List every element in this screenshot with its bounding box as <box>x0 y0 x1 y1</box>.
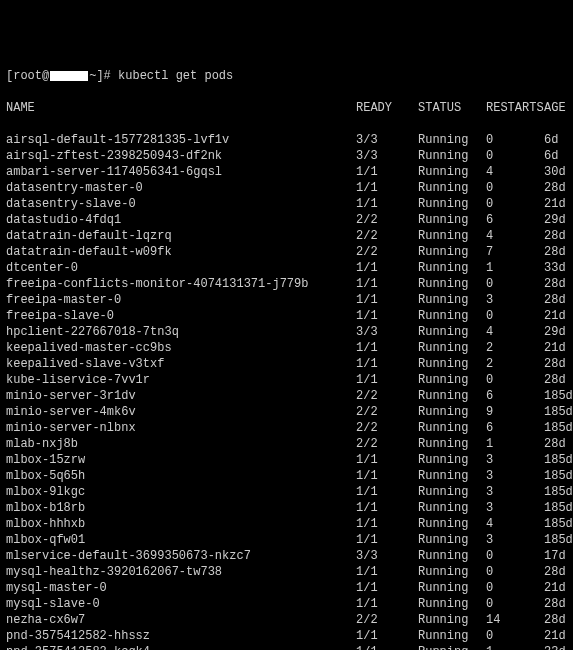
table-row: datatrain-default-lqzrq2/2Running428d <box>6 228 567 244</box>
table-row: dtcenter-01/1Running133d <box>6 260 567 276</box>
pod-status: Running <box>418 388 486 404</box>
table-row: mlbox-qfw011/1Running3185d <box>6 532 567 548</box>
table-row: freeipa-master-01/1Running328d <box>6 292 567 308</box>
pod-age: 6d <box>544 132 573 148</box>
pod-ready: 1/1 <box>356 516 418 532</box>
pod-age: 21d <box>544 628 573 644</box>
table-row: airsql-zftest-2398250943-df2nk3/3Running… <box>6 148 567 164</box>
pod-status: Running <box>418 148 486 164</box>
pod-status: Running <box>418 628 486 644</box>
pod-age: 185d <box>544 500 573 516</box>
pod-name: keepalived-slave-v3txf <box>6 356 356 372</box>
pod-ready: 2/2 <box>356 228 418 244</box>
pod-ready: 1/1 <box>356 644 418 650</box>
table-row: mlbox-hhhxb1/1Running4185d <box>6 516 567 532</box>
pod-age: 185d <box>544 388 573 404</box>
pod-name: datasentry-slave-0 <box>6 196 356 212</box>
pod-age: 28d <box>544 612 573 628</box>
pod-status: Running <box>418 292 486 308</box>
table-row: datasentry-slave-01/1Running021d <box>6 196 567 212</box>
pod-name: freeipa-conflicts-monitor-4074131371-j77… <box>6 276 356 292</box>
pod-name: datastudio-4fdq1 <box>6 212 356 228</box>
pod-restarts: 2 <box>486 356 544 372</box>
pod-ready: 1/1 <box>356 564 418 580</box>
pod-age: 185d <box>544 516 573 532</box>
pod-age: 185d <box>544 532 573 548</box>
header-restarts: RESTARTS <box>486 100 544 116</box>
pod-status: Running <box>418 564 486 580</box>
pod-name: mlbox-9lkgc <box>6 484 356 500</box>
pod-name: airsql-default-1577281335-lvf1v <box>6 132 356 148</box>
pod-ready: 1/1 <box>356 276 418 292</box>
pod-name: minio-server-4mk6v <box>6 404 356 420</box>
pod-name: hpclient-227667018-7tn3q <box>6 324 356 340</box>
prompt-suffix: ~]# <box>89 68 118 84</box>
pod-restarts: 0 <box>486 628 544 644</box>
pod-age: 17d <box>544 548 573 564</box>
pod-ready: 3/3 <box>356 548 418 564</box>
pod-ready: 1/1 <box>356 484 418 500</box>
table-row: airsql-default-1577281335-lvf1v3/3Runnin… <box>6 132 567 148</box>
pod-restarts: 1 <box>486 260 544 276</box>
pod-ready: 1/1 <box>356 628 418 644</box>
pod-status: Running <box>418 196 486 212</box>
pod-age: 185d <box>544 468 573 484</box>
pod-age: 185d <box>544 484 573 500</box>
pod-status: Running <box>418 132 486 148</box>
pod-ready: 1/1 <box>356 164 418 180</box>
pod-ready: 1/1 <box>356 452 418 468</box>
pod-status: Running <box>418 356 486 372</box>
table-row: freeipa-slave-01/1Running021d <box>6 308 567 324</box>
pod-restarts: 0 <box>486 308 544 324</box>
pod-status: Running <box>418 164 486 180</box>
pod-age: 28d <box>544 596 573 612</box>
pod-restarts: 0 <box>486 596 544 612</box>
pod-status: Running <box>418 484 486 500</box>
pod-status: Running <box>418 228 486 244</box>
pod-name: mysql-healthz-3920162067-tw738 <box>6 564 356 580</box>
pod-restarts: 6 <box>486 212 544 228</box>
pod-name: datatrain-default-w09fk <box>6 244 356 260</box>
pod-age: 185d <box>544 404 573 420</box>
pod-name: mlbox-15zrw <box>6 452 356 468</box>
pod-age: 185d <box>544 420 573 436</box>
pod-ready: 1/1 <box>356 196 418 212</box>
pod-restarts: 6 <box>486 420 544 436</box>
pod-ready: 1/1 <box>356 580 418 596</box>
table-row: keepalived-master-cc9bs1/1Running221d <box>6 340 567 356</box>
command-text[interactable]: kubectl get pods <box>118 68 233 84</box>
pod-ready: 2/2 <box>356 244 418 260</box>
pod-restarts: 0 <box>486 148 544 164</box>
table-row: pnd-3575412582-hhssz1/1Running021d <box>6 628 567 644</box>
pod-age: 28d <box>544 276 573 292</box>
pod-status: Running <box>418 372 486 388</box>
pod-name: pnd-3575412582-hhssz <box>6 628 356 644</box>
pod-status: Running <box>418 404 486 420</box>
pod-ready: 3/3 <box>356 148 418 164</box>
table-row: mlab-nxj8b2/2Running128d <box>6 436 567 452</box>
pod-status: Running <box>418 244 486 260</box>
pod-restarts: 0 <box>486 276 544 292</box>
pod-restarts: 7 <box>486 244 544 260</box>
pod-age: 28d <box>544 372 573 388</box>
table-row: mysql-master-01/1Running021d <box>6 580 567 596</box>
pod-ready: 2/2 <box>356 388 418 404</box>
pod-status: Running <box>418 580 486 596</box>
pod-age: 21d <box>544 580 573 596</box>
pod-name: dtcenter-0 <box>6 260 356 276</box>
pod-age: 28d <box>544 436 573 452</box>
pod-age: 28d <box>544 244 573 260</box>
table-row: keepalived-slave-v3txf1/1Running228d <box>6 356 567 372</box>
table-row: kube-liservice-7vv1r1/1Running028d <box>6 372 567 388</box>
pod-ready: 2/2 <box>356 612 418 628</box>
pod-ready: 3/3 <box>356 324 418 340</box>
pod-status: Running <box>418 532 486 548</box>
pod-status: Running <box>418 436 486 452</box>
pod-status: Running <box>418 420 486 436</box>
pod-ready: 1/1 <box>356 468 418 484</box>
pod-restarts: 0 <box>486 132 544 148</box>
pod-status: Running <box>418 276 486 292</box>
pod-name: freeipa-slave-0 <box>6 308 356 324</box>
pod-restarts: 4 <box>486 516 544 532</box>
table-row: datastudio-4fdq12/2Running629d <box>6 212 567 228</box>
